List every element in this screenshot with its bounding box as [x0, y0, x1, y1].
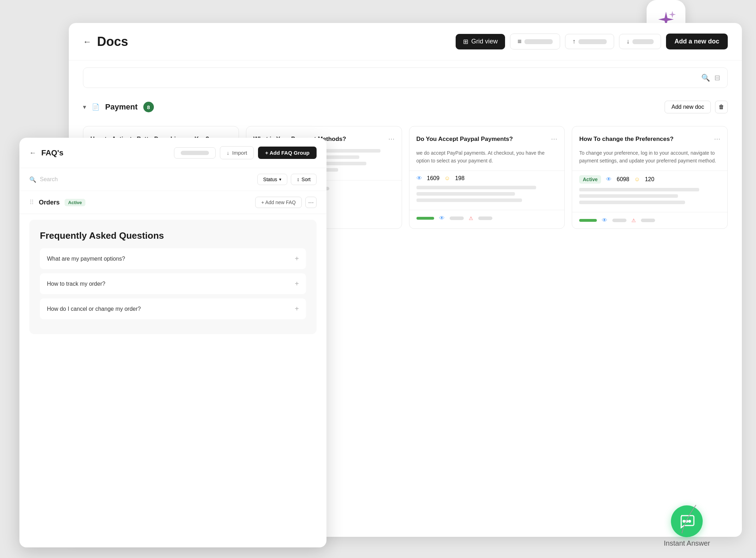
- payment-section: ▾ 📄 Payment 8 Add new doc 🗑: [83, 95, 728, 119]
- card-menu-3[interactable]: ⋯: [551, 135, 557, 143]
- import-label: Import: [232, 150, 247, 156]
- eye-icon: 👁: [416, 175, 422, 182]
- faq-content: Frequently Asked Questions What are my p…: [29, 220, 317, 334]
- drag-handle[interactable]: ⠿: [29, 198, 34, 206]
- orders-actions: + Add new FAQ ⋯: [255, 197, 317, 208]
- view-count-3: 1609: [427, 175, 440, 182]
- faq-back-button[interactable]: ←: [29, 149, 36, 157]
- trash-button[interactable]: 🗑: [715, 101, 728, 113]
- eye-icon: 👁: [602, 217, 607, 224]
- toolbar-placeholder-1: [181, 151, 209, 155]
- faq-expand-3[interactable]: +: [295, 305, 299, 313]
- card-title-3: Do You Accept Paypal Payments?: [416, 135, 551, 143]
- add-new-faq-button[interactable]: + Add new FAQ: [255, 197, 302, 208]
- sort-label: Sort: [301, 177, 311, 182]
- docs-header: ← Docs ⊞ Grid view ≡ ↑ ↓ Add a new doc: [69, 23, 742, 60]
- instant-answer-label: Instant Answer: [664, 539, 710, 547]
- grid-icon: ⊞: [463, 38, 468, 46]
- status-bar: [416, 217, 434, 220]
- docs-title: Docs: [97, 34, 128, 49]
- faq-title-group: ← FAQ's: [29, 148, 64, 158]
- list-view-placeholder: [524, 39, 553, 44]
- decorative-line: [671, 501, 700, 537]
- sort-button[interactable]: ↕ Sort: [291, 174, 317, 185]
- download-button[interactable]: ↓: [619, 34, 661, 49]
- trash-icon: 🗑: [719, 104, 724, 110]
- list-icon: ≡: [517, 37, 522, 46]
- reaction-bar: [478, 216, 492, 220]
- skeleton-line: [416, 186, 536, 189]
- skeleton-line: [579, 194, 678, 198]
- eye-icon: 👁: [606, 176, 612, 183]
- upload-icon: ↑: [572, 38, 576, 45]
- faq-expand-2[interactable]: +: [295, 280, 299, 288]
- view-count-bar: [612, 219, 626, 222]
- status-filter-button[interactable]: Status ▾: [257, 174, 288, 185]
- payment-actions: Add new doc 🗑: [665, 101, 728, 113]
- status-badge-4: Active: [579, 175, 601, 184]
- reaction-count-4: 120: [645, 176, 654, 183]
- reaction-icon: ☺: [634, 176, 640, 183]
- download-placeholder: [632, 39, 654, 44]
- doc-card-4: How To change the Preferences? ⋯ To chan…: [572, 126, 728, 229]
- faq-toolbar-btn-1[interactable]: [174, 147, 216, 159]
- faq-expand-1[interactable]: +: [295, 255, 299, 263]
- reaction-count-3: 198: [455, 175, 464, 182]
- reaction-bar: [641, 219, 655, 222]
- card-header-3: Do You Accept Paypal Payments? ⋯: [409, 126, 565, 149]
- search-text: Search: [40, 176, 58, 183]
- chevron-down-icon[interactable]: ▾: [83, 103, 86, 111]
- card-footer-4: Active 👁 6098 ☺ 120: [572, 171, 727, 188]
- faq-question-1: What are my payment options?: [47, 256, 295, 262]
- search-icon[interactable]: 🔍: [701, 73, 710, 82]
- docs-toolbar: ⊞ Grid view ≡ ↑ ↓ Add a new doc: [456, 34, 728, 49]
- card-content-4: To change your preference, log in to you…: [572, 149, 727, 171]
- view-count-bar: [450, 216, 464, 220]
- import-button[interactable]: ↓ Import: [220, 146, 254, 159]
- grid-view-button[interactable]: ⊞ Grid view: [456, 34, 505, 49]
- payment-badge: 8: [143, 102, 154, 112]
- list-view-button[interactable]: ≡: [510, 34, 560, 49]
- upload-button[interactable]: ↑: [565, 34, 614, 49]
- add-faq-group-button[interactable]: + Add FAQ Group: [258, 147, 317, 159]
- payment-add-doc-button[interactable]: Add new doc: [665, 101, 711, 113]
- reaction-icon: ⚠: [469, 215, 473, 221]
- more-options-button[interactable]: ⋯: [305, 197, 317, 208]
- skeleton-line: [579, 188, 699, 191]
- orders-status-badge: Active: [65, 199, 85, 206]
- add-new-doc-button[interactable]: Add a new doc: [666, 34, 728, 49]
- card-bottom-bar-3: 👁 ⚠: [409, 210, 565, 226]
- orders-left: ⠿ Orders Active: [29, 198, 85, 206]
- card-menu-2[interactable]: ⋯: [388, 135, 395, 143]
- chevron-down-icon: ▾: [279, 177, 281, 182]
- filter-icon[interactable]: ⊟: [714, 73, 720, 82]
- faq-question-3: How do I cancel or change my order?: [47, 306, 295, 312]
- import-icon: ↓: [227, 150, 229, 156]
- faq-search-row: 🔍 Search Status ▾ ↕ Sort: [19, 168, 326, 191]
- search-icon: 🔍: [29, 176, 36, 183]
- payment-header: ▾ 📄 Payment 8 Add new doc 🗑: [83, 95, 728, 119]
- search-left: 🔍 Search: [29, 176, 58, 183]
- faq-section-title: Frequently Asked Questions: [40, 230, 306, 241]
- faq-item-3: How do I cancel or change my order? +: [40, 298, 306, 319]
- filter-buttons: Status ▾ ↕ Sort: [257, 174, 317, 185]
- reaction-icon: ⚠: [631, 218, 636, 223]
- card-title-4: How To change the Preferences?: [579, 135, 714, 143]
- faq-header: ← FAQ's ↓ Import + Add FAQ Group: [19, 138, 326, 168]
- doc-card-3: Do You Accept Paypal Payments? ⋯ we do a…: [409, 126, 565, 229]
- faq-toolbar: ↓ Import + Add FAQ Group: [174, 146, 317, 159]
- faq-panel: ← FAQ's ↓ Import + Add FAQ Group 🔍 Searc…: [19, 138, 326, 547]
- search-icons: 🔍 ⊟: [701, 73, 720, 82]
- card-footer-3: 👁 1609 ☺ 198: [409, 171, 565, 186]
- docs-search-bar: 🔍 ⊟: [83, 67, 728, 88]
- view-count-4: 6098: [617, 176, 629, 183]
- faq-title: FAQ's: [41, 148, 64, 158]
- skeleton-line: [416, 198, 522, 202]
- docs-back-button[interactable]: ←: [83, 37, 91, 47]
- card-menu-4[interactable]: ⋯: [714, 135, 720, 143]
- payment-title: Payment: [105, 102, 138, 112]
- card-header-4: How To change the Preferences? ⋯: [572, 126, 727, 149]
- skeleton-line: [416, 192, 515, 196]
- doc-icon: 📄: [92, 103, 100, 111]
- card-bottom-bar-4: 👁 ⚠: [572, 212, 727, 228]
